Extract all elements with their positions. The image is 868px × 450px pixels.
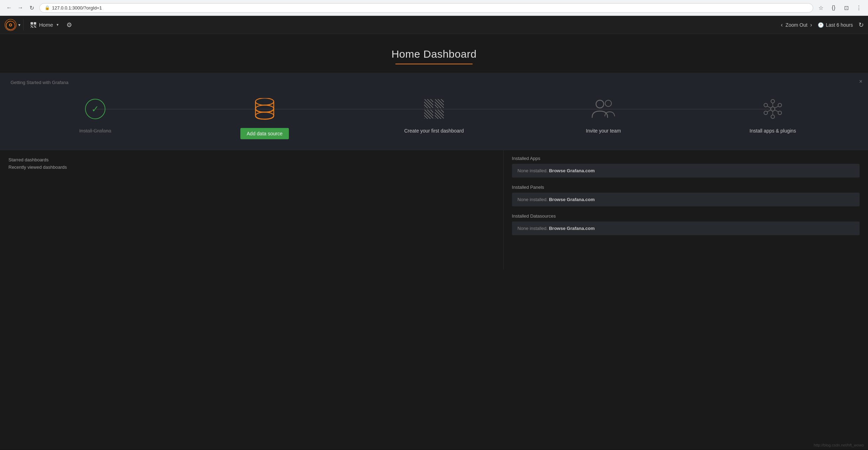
- main-content: Home Dashboard Getting Started with Graf…: [0, 34, 868, 449]
- bottom-sections: Starred dashboards Recently viewed dashb…: [0, 150, 868, 270]
- page-header: Home Dashboard: [0, 34, 868, 73]
- svg-point-3: [255, 98, 274, 105]
- installed-panels-section: Installed Panels None installed. Browse …: [512, 185, 860, 206]
- install-apps-label: Install apps & plugins: [750, 128, 796, 134]
- svg-line-18: [767, 110, 771, 112]
- home-nav-label: Home: [39, 22, 53, 28]
- panel-close-button[interactable]: ×: [859, 78, 862, 85]
- grid-cell-1: [424, 99, 433, 108]
- svg-point-4: [255, 105, 274, 112]
- team-icon-wrap: [590, 96, 617, 122]
- step-install-apps: Install apps & plugins: [688, 96, 857, 134]
- installed-datasources-section: Installed Datasources None installed. Br…: [512, 213, 860, 235]
- svg-point-11: [764, 103, 767, 107]
- settings-nav-button[interactable]: ⚙: [63, 19, 76, 31]
- step-invite-team: Invite your team: [519, 96, 688, 134]
- svg-point-5: [255, 112, 274, 119]
- getting-started-panel: Getting Started with Grafana × ✓ Install…: [0, 73, 868, 150]
- zoom-area: ‹ Zoom Out ›: [781, 22, 812, 28]
- installed-datasources-none-text: None installed.: [518, 226, 549, 231]
- time-icon: 🕐: [818, 22, 824, 28]
- create-dashboard-label: Create your first dashboard: [404, 128, 464, 134]
- browser-url: 127.0.0.1:3000/?orgId=1: [52, 5, 102, 11]
- browser-more-button[interactable]: ⋮: [854, 3, 864, 13]
- home-nav-dropdown-icon: ▾: [57, 22, 59, 27]
- zoom-left-arrow[interactable]: ‹: [781, 22, 783, 28]
- installed-datasources-box: None installed. Browse Grafana.com: [512, 221, 860, 235]
- browser-extensions-button[interactable]: {}: [829, 3, 838, 13]
- installed-panels-title: Installed Panels: [512, 185, 860, 190]
- footer-watermark: http://blog.csdn.net/hft_wowo: [814, 443, 864, 447]
- starred-dashboards-label[interactable]: Starred dashboards: [8, 157, 495, 162]
- svg-point-6: [596, 100, 604, 108]
- time-range-label: Last 6 hours: [826, 22, 853, 28]
- team-icon: [591, 98, 615, 120]
- browser-refresh-button[interactable]: ↻: [27, 3, 37, 13]
- getting-started-title: Getting Started with Grafana: [11, 80, 857, 85]
- grid-cell-2: [435, 99, 444, 108]
- svg-line-20: [775, 110, 778, 112]
- step-add-data-source: Add data source: [180, 96, 349, 139]
- step-install-grafana: ✓ Install Grafana: [11, 96, 180, 134]
- grafana-logo-area[interactable]: ▾: [4, 19, 20, 31]
- browser-bookmark-button[interactable]: ☆: [816, 3, 826, 13]
- browser-cast-button[interactable]: ⊡: [841, 3, 851, 13]
- grafana-logo-icon: [4, 19, 17, 31]
- getting-started-steps: ✓ Install Grafana Add data source: [11, 96, 857, 139]
- address-lock-icon: 🔒: [45, 5, 50, 10]
- gear-icon: ⚙: [66, 21, 72, 28]
- zoom-right-arrow[interactable]: ›: [810, 22, 812, 28]
- nav-right-area: ‹ Zoom Out › 🕐 Last 6 hours ↻: [781, 21, 864, 29]
- browse-apps-link[interactable]: Browse Grafana.com: [549, 168, 595, 173]
- check-circle-icon: ✓: [85, 99, 105, 119]
- svg-point-2: [10, 24, 11, 25]
- dashboard-grid-icon: [424, 99, 444, 119]
- svg-point-7: [605, 100, 611, 107]
- svg-point-12: [764, 111, 767, 115]
- apps-icon-wrap: [759, 96, 786, 122]
- zoom-out-label[interactable]: Zoom Out: [785, 22, 807, 28]
- installed-apps-box: None installed. Browse Grafana.com: [512, 164, 860, 178]
- browser-chrome: ← → ↻ 🔒 127.0.0.1:3000/?orgId=1 ☆ {} ⊡ ⋮: [0, 0, 868, 16]
- svg-line-19: [775, 106, 778, 108]
- install-grafana-label: Install Grafana: [79, 128, 111, 134]
- home-nav-button[interactable]: Home ▾: [26, 20, 63, 30]
- installed-datasources-title: Installed Datasources: [512, 213, 860, 219]
- logo-dropdown-icon[interactable]: ▾: [18, 22, 20, 27]
- dashboard-icon-wrap: [421, 96, 447, 122]
- installed-panels-box: None installed. Browse Grafana.com: [512, 193, 860, 206]
- browser-nav-buttons: ← → ↻: [4, 3, 37, 13]
- page-title: Home Dashboard: [7, 48, 861, 60]
- apps-plugins-icon: [761, 98, 785, 120]
- browser-back-button[interactable]: ←: [4, 3, 14, 13]
- right-section: Installed Apps None installed. Browse Gr…: [504, 150, 868, 270]
- svg-point-10: [771, 115, 775, 118]
- time-range-button[interactable]: 🕐 Last 6 hours: [818, 22, 853, 28]
- browser-forward-button[interactable]: →: [15, 3, 25, 13]
- database-icon: [254, 98, 275, 120]
- nav-divider-1: [23, 19, 24, 31]
- recently-viewed-label[interactable]: Recently viewed dashboards: [8, 165, 495, 170]
- step-create-dashboard: Create your first dashboard: [349, 96, 519, 134]
- browse-panels-link[interactable]: Browse Grafana.com: [549, 197, 595, 202]
- svg-line-17: [767, 106, 771, 108]
- installed-panels-none-text: None installed.: [518, 197, 549, 202]
- svg-point-9: [771, 99, 775, 103]
- refresh-button[interactable]: ↻: [859, 21, 864, 29]
- browse-datasources-link[interactable]: Browse Grafana.com: [549, 226, 595, 231]
- home-dashboard-icon: [31, 22, 36, 28]
- top-nav: ▾ Home ▾ ⚙ ‹ Zoom Out › 🕐 Last 6 hours ↻: [0, 16, 868, 34]
- installed-apps-none-text: None installed.: [518, 168, 549, 173]
- svg-point-13: [778, 103, 782, 107]
- grid-cell-3: [424, 110, 433, 119]
- page-title-underline: [395, 64, 473, 64]
- browser-address-bar[interactable]: 🔒 127.0.0.1:3000/?orgId=1: [39, 3, 813, 13]
- database-icon-wrap: [251, 96, 278, 122]
- add-data-source-button[interactable]: Add data source: [240, 128, 289, 139]
- invite-team-label: Invite your team: [586, 128, 621, 134]
- left-section: Starred dashboards Recently viewed dashb…: [0, 150, 504, 270]
- install-grafana-icon-wrap: ✓: [82, 96, 109, 122]
- installed-apps-title: Installed Apps: [512, 156, 860, 161]
- installed-apps-section: Installed Apps None installed. Browse Gr…: [512, 156, 860, 178]
- grid-cell-4: [435, 110, 444, 119]
